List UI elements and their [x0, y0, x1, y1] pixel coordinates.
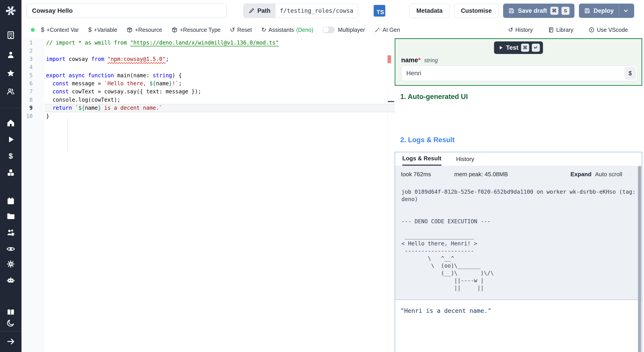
save-draft-label: Save draft: [518, 8, 547, 14]
log-output[interactable]: job 0189d64f-812b-525e-f020-652bd9da1100…: [395, 183, 642, 299]
multiplayer-toggle[interactable]: [323, 27, 335, 33]
calendar-icon: [6, 196, 15, 205]
editor-scrollbar-thumb[interactable]: [388, 101, 394, 102]
script-title-input[interactable]: [26, 4, 227, 18]
sidebar-item-moon[interactable]: [0, 318, 22, 327]
sidebar-item-arrow-right[interactable]: [0, 337, 22, 346]
-resource-button[interactable]: +Resource: [124, 27, 165, 33]
sidebar-item-cubes[interactable]: [0, 168, 22, 177]
result-output[interactable]: "Henri is a decent name.": [395, 299, 642, 352]
line-number: 10: [22, 112, 45, 120]
code-line-text: }: [45, 112, 395, 120]
arg-field-header: name * string: [401, 56, 438, 64]
code-line-8[interactable]: 8 console.log(cowText);: [22, 96, 395, 104]
sidebar-item-play[interactable]: [0, 135, 22, 144]
dollar-icon: $: [41, 27, 44, 33]
section-auto-generated-ui: 1. Auto-generated UI: [400, 93, 468, 101]
line-number: 8: [22, 96, 45, 104]
vscode-icon: [588, 27, 594, 33]
use-vscode-button[interactable]: Use VScode: [586, 27, 631, 33]
tab-history[interactable]: History: [456, 152, 474, 166]
kbd-enter: ↵: [532, 44, 540, 52]
arg-name-input[interactable]: [401, 65, 637, 81]
code-line-1[interactable]: 1// import * as wmill from "https://deno…: [22, 39, 395, 47]
building-icon: [6, 31, 15, 40]
code-line-6[interactable]: 6 const message = `Hello there, ${name}!…: [22, 80, 395, 88]
sidebar-item-home[interactable]: [0, 118, 22, 127]
kbd-s: S: [562, 7, 570, 15]
sidebar-item-folder[interactable]: [0, 211, 22, 220]
windmill-logo-icon[interactable]: [0, 3, 22, 18]
code-line-2[interactable]: 2: [22, 47, 395, 55]
code-line-9[interactable]: 9 return `${name} is a decent name.`: [22, 104, 395, 112]
line-number: 3: [22, 55, 45, 63]
sidebar-item-user[interactable]: [0, 50, 22, 59]
library-icon: [548, 27, 554, 33]
-context-var-button[interactable]: $+Context Var: [38, 27, 82, 33]
library-button[interactable]: Library: [545, 27, 576, 33]
sidebar-item-users-gear[interactable]: [0, 228, 22, 237]
arg-name-label: name: [401, 56, 418, 64]
windmill-script-editor: Path f/testing_roles/cowsa TS Metadata C…: [0, 0, 644, 352]
rotate-ccw-icon: ↺: [230, 27, 235, 33]
users-icon: [6, 87, 15, 96]
save-draft-button[interactable]: Save draft ⌘ S: [503, 4, 574, 18]
metadata-button[interactable]: Metadata: [410, 4, 450, 18]
mem-peak-label: mem peak: 45.08MB: [454, 171, 508, 178]
code-line-10[interactable]: 10}: [22, 112, 395, 120]
code-line-7[interactable]: 7 const cowText = cowsay.say({ text: mes…: [22, 88, 395, 96]
status-dot: [31, 28, 35, 32]
sidebar-divider: [0, 108, 22, 108]
sidebar-divider: [0, 331, 22, 331]
result-text: "Henri is a decent name.": [400, 307, 636, 314]
code-line-text: return `${name} is a decent name.`: [45, 104, 395, 112]
kbd-cmd: ⌘: [550, 7, 558, 15]
user-icon: [6, 50, 15, 59]
insert-variable-button[interactable]: $: [625, 67, 636, 80]
-variable-button[interactable]: $+Variable: [85, 27, 120, 33]
code-line-5[interactable]: 5export async function main(name: string…: [22, 71, 395, 80]
eye-icon: [6, 245, 15, 253]
line-number: 4: [22, 63, 45, 71]
code-line-text: [45, 63, 395, 71]
play-icon: [6, 135, 15, 144]
chevron-down-icon[interactable]: [622, 8, 629, 14]
assistants-button[interactable]: ↻Assistants (Deno): [258, 27, 316, 33]
sidebar-item-star[interactable]: [0, 69, 22, 78]
pencil-icon: [248, 8, 255, 14]
sidebar-item-users[interactable]: [0, 87, 22, 96]
sidebar-item-building[interactable]: [0, 31, 22, 40]
sidebar-item-calendar[interactable]: [0, 196, 22, 205]
package-icon: [126, 27, 132, 33]
auto-scroll-toggle[interactable]: Auto scroll: [595, 171, 622, 178]
code-line-3[interactable]: 3import cowsay from "npm:cowsay@1.5.0";: [22, 55, 395, 63]
path-value[interactable]: f/testing_roles/cowsa: [276, 4, 358, 18]
expand-button[interactable]: Expand: [570, 171, 592, 178]
sidebar-item-eye[interactable]: [0, 245, 22, 253]
section-logs-result: 2. Logs & Result: [400, 136, 454, 144]
history-button[interactable]: ↺History: [505, 27, 536, 33]
sidebar-item-dollar[interactable]: [0, 152, 22, 160]
customise-button[interactable]: Customise: [454, 4, 499, 18]
tab-logs-result[interactable]: Logs & Result: [402, 152, 442, 166]
error-marker: [388, 55, 391, 63]
edit-path-button[interactable]: Path: [244, 4, 276, 18]
sidebar-item-book[interactable]: [0, 308, 22, 317]
sidebar-item-robot[interactable]: [0, 276, 22, 285]
folder-icon: [6, 211, 15, 220]
sidebar-item-gear[interactable]: [0, 260, 22, 268]
cubes-icon: [6, 168, 15, 177]
-resource-type-button[interactable]: +Resource Type: [168, 27, 224, 33]
book-icon: [6, 308, 15, 317]
ai-gen-button[interactable]: AI Gen: [371, 27, 403, 33]
reset-button[interactable]: ↺Reset: [227, 27, 255, 33]
test-button[interactable]: Test ⌘ ↵: [494, 41, 543, 54]
code-editor[interactable]: 1// import * as wmill from "https://deno…: [22, 38, 395, 352]
code-line-4[interactable]: 4: [22, 63, 395, 71]
button-divider: [619, 6, 619, 16]
path-control: Path f/testing_roles/cowsa: [243, 4, 358, 18]
package-icon: [172, 27, 178, 33]
deploy-button[interactable]: Deploy: [579, 4, 634, 18]
logs-scrollbar[interactable]: [638, 166, 641, 352]
arg-type-label: string: [424, 57, 438, 64]
